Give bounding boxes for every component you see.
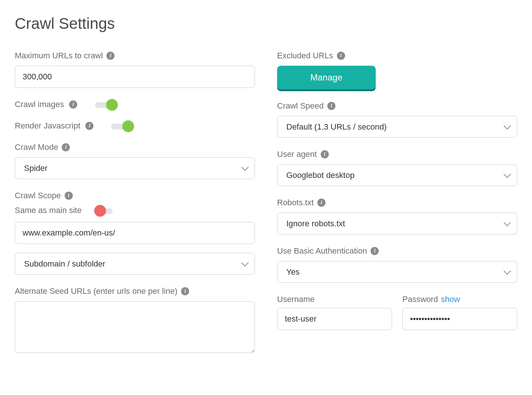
info-icon[interactable]: i xyxy=(85,122,93,130)
info-icon[interactable]: i xyxy=(371,247,379,255)
auth-row: Username Password show xyxy=(277,295,517,330)
info-icon[interactable]: i xyxy=(181,287,189,295)
crawl-mode-field: Crawl Mode i Spider xyxy=(15,142,255,179)
crawl-speed-field: Crawl Speed i Default (1.3 URLs / second… xyxy=(277,101,517,138)
robots-label: Robots.txt xyxy=(277,198,314,207)
crawl-scope-field: Crawl Scope i Same as main site Subdomai… xyxy=(15,191,255,275)
crawl-mode-select[interactable]: Spider xyxy=(15,157,255,179)
render-js-field: Render Javascript i xyxy=(15,121,255,131)
crawl-speed-label: Crawl Speed xyxy=(277,101,324,111)
max-urls-label: Maximum URLs to crawl i xyxy=(15,51,255,61)
render-js-label: Render Javascript xyxy=(15,121,80,131)
info-icon[interactable]: i xyxy=(65,192,73,200)
max-urls-input[interactable] xyxy=(15,66,255,88)
left-column: Maximum URLs to crawl i Crawl images i R… xyxy=(15,51,255,366)
info-icon[interactable]: i xyxy=(337,52,345,60)
username-label: Username xyxy=(277,295,314,304)
password-input[interactable] xyxy=(402,308,517,330)
info-icon[interactable]: i xyxy=(69,100,77,109)
excluded-urls-field: Excluded URLs i Manage xyxy=(277,51,517,89)
settings-columns: Maximum URLs to crawl i Crawl images i R… xyxy=(15,51,517,366)
username-field: Username xyxy=(277,295,392,330)
crawl-mode-select-wrap: Spider xyxy=(15,157,255,179)
max-urls-field: Maximum URLs to crawl i xyxy=(15,51,255,88)
user-agent-field: User agent i Googlebot desktop xyxy=(277,150,517,186)
info-icon[interactable]: i xyxy=(327,102,335,110)
username-input[interactable] xyxy=(277,308,392,330)
user-agent-label: User agent xyxy=(277,150,317,159)
basic-auth-label: Use Basic Authentication xyxy=(277,246,367,256)
alt-seed-field: Alternate Seed URLs (enter urls one per … xyxy=(15,286,255,354)
right-column: Excluded URLs i Manage Crawl Speed i Def… xyxy=(277,51,517,366)
same-as-main-toggle[interactable] xyxy=(96,206,117,214)
user-agent-select[interactable]: Googlebot desktop xyxy=(277,164,517,186)
crawl-mode-label: Crawl Mode xyxy=(15,142,58,152)
basic-auth-select[interactable]: Yes xyxy=(277,261,517,283)
basic-auth-field: Use Basic Authentication i Yes xyxy=(277,246,517,283)
robots-field: Robots.txt i Ignore robots.txt xyxy=(277,198,517,234)
info-icon[interactable]: i xyxy=(321,150,329,158)
crawl-images-label: Crawl images xyxy=(15,100,64,109)
crawl-images-field: Crawl images i xyxy=(15,100,255,109)
password-field: Password show xyxy=(402,295,517,330)
alt-seed-label: Alternate Seed URLs (enter urls one per … xyxy=(15,286,177,296)
crawl-images-toggle[interactable] xyxy=(95,100,116,109)
excluded-urls-label: Excluded URLs xyxy=(277,51,333,61)
crawl-scope-label: Crawl Scope xyxy=(15,191,61,200)
crawl-scope-select[interactable]: Subdomain / subfolder xyxy=(15,253,255,275)
crawl-scope-select-wrap: Subdomain / subfolder xyxy=(15,253,255,275)
render-js-toggle[interactable] xyxy=(111,122,133,130)
page-title: Crawl Settings xyxy=(15,15,517,32)
info-icon[interactable]: i xyxy=(106,52,115,60)
crawl-speed-select[interactable]: Default (1.3 URLs / second) xyxy=(277,116,517,138)
info-icon[interactable]: i xyxy=(317,199,325,207)
info-icon[interactable]: i xyxy=(62,143,70,151)
max-urls-label-text: Maximum URLs to crawl xyxy=(15,51,103,61)
alt-seed-textarea[interactable] xyxy=(15,301,255,353)
password-label: Password xyxy=(402,295,438,304)
crawl-scope-url-input[interactable] xyxy=(15,222,255,244)
robots-select[interactable]: Ignore robots.txt xyxy=(277,213,517,234)
show-password-link[interactable]: show xyxy=(441,295,460,304)
manage-button[interactable]: Manage xyxy=(277,66,376,89)
same-as-main-label: Same as main site xyxy=(15,206,82,215)
